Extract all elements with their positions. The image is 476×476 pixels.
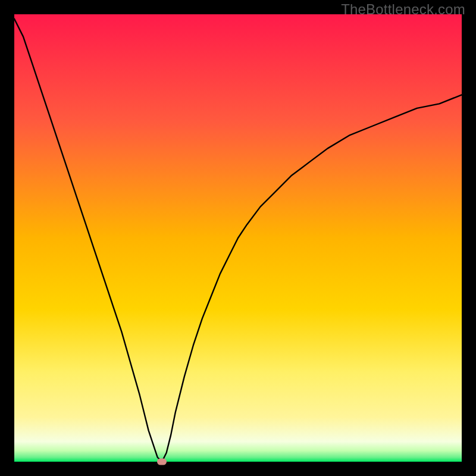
curve-layer [14,14,462,462]
bottleneck-curve [14,19,462,462]
plot-area [14,14,462,462]
chart-frame: TheBottleneck.com [0,0,476,476]
minimum-marker [157,459,167,465]
